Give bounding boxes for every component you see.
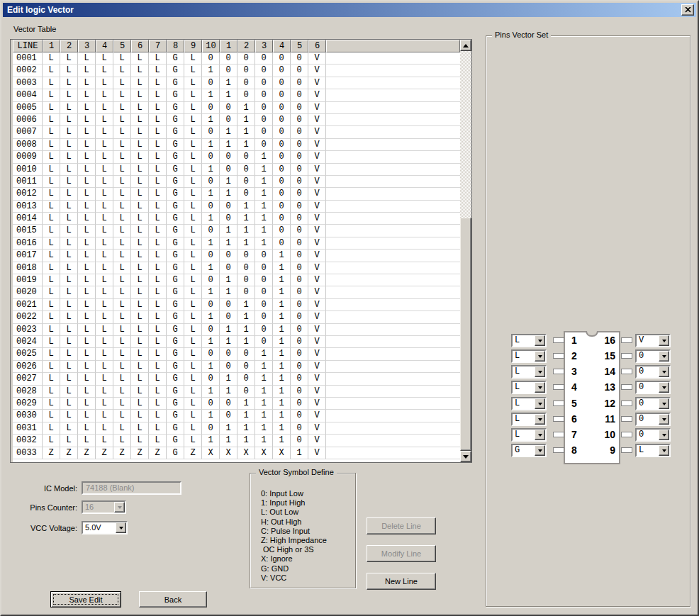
scroll-down-button[interactable] — [460, 451, 471, 462]
table-row[interactable]: 0021LLLLLLLGL001010V — [13, 299, 460, 311]
vcc-voltage-select[interactable]: 5.0V — [82, 521, 128, 534]
table-row[interactable]: 0011LLLLLLLGL010100V — [13, 176, 460, 188]
pin-8-select[interactable]: G — [511, 444, 547, 457]
cell-pin: 1 — [220, 373, 237, 385]
symbol-define-line: X: Ignore — [261, 554, 327, 564]
table-row[interactable]: 0016LLLLLLLGL111100V — [13, 237, 460, 250]
table-row[interactable]: 0026LLLLLLLGL100110V — [13, 361, 460, 373]
header-col-5[interactable]: 5 — [113, 40, 131, 52]
table-row[interactable]: 0001LLLLLLLGL000000V — [13, 52, 460, 65]
scroll-up-button[interactable] — [460, 40, 471, 51]
header-col-3[interactable]: 3 — [78, 40, 96, 52]
table-row[interactable]: 0032LLLLLLLGL111110V — [13, 435, 460, 447]
save-edit-button[interactable]: Save Edit — [50, 591, 121, 607]
table-row[interactable]: 0027LLLLLLLGL010110V — [13, 373, 460, 385]
dropdown-arrow-icon[interactable] — [659, 366, 669, 377]
cell-pin: G — [167, 398, 184, 410]
table-row[interactable]: 0014LLLLLLLGL101100V — [13, 213, 460, 225]
table-row[interactable]: 0030LLLLLLLGL101110V — [13, 410, 460, 422]
dropdown-arrow-icon[interactable] — [659, 335, 669, 346]
table-row[interactable]: 0018LLLLLLLGL100010V — [13, 262, 460, 274]
header-col-9[interactable]: 9 — [184, 40, 202, 52]
close-button[interactable] — [681, 4, 694, 16]
table-row[interactable]: 0024LLLLLLLGL111010V — [13, 336, 460, 348]
dropdown-arrow-icon[interactable] — [535, 351, 545, 362]
pin-10-select[interactable]: 0 — [635, 428, 671, 442]
pin-4-select[interactable]: L — [511, 381, 547, 394]
header-col-13[interactable]: 3 — [255, 40, 273, 52]
back-button[interactable]: Back — [139, 591, 207, 607]
header-col-11[interactable]: 1 — [220, 40, 237, 52]
table-row[interactable]: 0002LLLLLLLGL100000V — [13, 65, 460, 77]
cell-filler — [326, 311, 460, 323]
table-row[interactable]: 0025LLLLLLLGL000110V — [13, 348, 460, 360]
header-col-15[interactable]: 5 — [291, 40, 308, 52]
table-row[interactable]: 0012LLLLLLLGL110100V — [13, 188, 460, 200]
header-col-1[interactable]: 1 — [43, 40, 60, 52]
header-col-14[interactable]: 4 — [273, 40, 291, 52]
table-row[interactable]: 0031LLLLLLLGL011110V — [13, 422, 460, 435]
scrollbar-thumb[interactable] — [460, 218, 471, 451]
vector-table-scrollbar[interactable] — [460, 40, 471, 462]
header-col-16[interactable]: 6 — [308, 40, 326, 52]
header-col-6[interactable]: 6 — [131, 40, 149, 52]
cell-pin: G — [167, 262, 184, 274]
dropdown-arrow-icon[interactable] — [116, 522, 126, 533]
dropdown-arrow-icon[interactable] — [535, 382, 545, 393]
pin-5-select[interactable]: L — [511, 397, 547, 410]
pin-9-select[interactable]: L — [635, 444, 671, 457]
dropdown-arrow-icon[interactable] — [659, 430, 669, 440]
header-col-4[interactable]: 4 — [96, 40, 113, 52]
pin-16-select[interactable]: V — [635, 334, 671, 347]
header-col-8[interactable]: 8 — [167, 40, 184, 52]
header-col-2[interactable]: 2 — [60, 40, 78, 52]
dropdown-arrow-icon[interactable] — [659, 445, 669, 456]
table-row[interactable]: 0013LLLLLLLGL001100V — [13, 201, 460, 213]
table-row[interactable]: 0019LLLLLLLGL010010V — [13, 274, 460, 286]
pin-12-select[interactable]: 0 — [635, 397, 671, 410]
header-col-12[interactable]: 2 — [237, 40, 255, 52]
table-row[interactable]: 0020LLLLLLLGL110010V — [13, 286, 460, 298]
pin-15-select[interactable]: 0 — [635, 349, 671, 363]
pin-11-select[interactable]: 0 — [635, 413, 671, 426]
dropdown-arrow-icon[interactable] — [659, 351, 669, 362]
table-row[interactable]: 0010LLLLLLLGL100100V — [13, 164, 460, 176]
table-row[interactable]: 0033ZZZZZZZGZXXXXX1V — [13, 447, 460, 459]
pin-1-select[interactable]: L — [511, 334, 547, 347]
pin-13-select[interactable]: 0 — [635, 381, 671, 394]
new-line-button[interactable]: New Line — [367, 573, 436, 590]
header-col-10[interactable]: 10 — [202, 40, 220, 52]
table-row[interactable]: 0007LLLLLLLGL011000V — [13, 126, 460, 138]
table-row[interactable]: 0017LLLLLLLGL000010V — [13, 250, 460, 262]
table-row[interactable]: 0023LLLLLLLGL011010V — [13, 324, 460, 336]
pin-6-select[interactable]: L — [511, 413, 547, 426]
dropdown-arrow-icon[interactable] — [535, 335, 545, 346]
table-row[interactable]: 0008LLLLLLLGL111000V — [13, 139, 460, 151]
dropdown-arrow-icon[interactable] — [535, 445, 545, 456]
pin-3-select[interactable]: L — [511, 365, 547, 379]
dropdown-arrow-icon[interactable] — [659, 398, 669, 409]
table-row[interactable]: 0005LLLLLLLGL001000V — [13, 102, 460, 114]
dropdown-arrow-icon[interactable] — [535, 430, 545, 440]
dropdown-arrow-icon[interactable] — [535, 366, 545, 377]
table-row[interactable]: 0028LLLLLLLGL110110V — [13, 386, 460, 398]
pin-7-select[interactable]: L — [511, 428, 547, 442]
cell-pin: L — [78, 139, 96, 151]
table-row[interactable]: 0029LLLLLLLGL001110V — [13, 398, 460, 410]
pin-14-select[interactable]: 0 — [635, 365, 671, 379]
scrollbar-track[interactable] — [460, 51, 471, 451]
table-row[interactable]: 0003LLLLLLLGL010000V — [13, 77, 460, 89]
dropdown-arrow-icon[interactable] — [659, 382, 669, 393]
table-row[interactable]: 0015LLLLLLLGL011100V — [13, 225, 460, 237]
pin-2-select[interactable]: L — [511, 349, 547, 363]
cell-pin: 0 — [273, 114, 291, 126]
header-col-0[interactable]: LINE — [13, 40, 43, 52]
table-row[interactable]: 0009LLLLLLLGL000100V — [13, 151, 460, 163]
table-row[interactable]: 0004LLLLLLLGL110000V — [13, 89, 460, 101]
dropdown-arrow-icon[interactable] — [659, 414, 669, 425]
table-row[interactable]: 0022LLLLLLLGL101010V — [13, 311, 460, 323]
dropdown-arrow-icon[interactable] — [535, 398, 545, 409]
header-col-7[interactable]: 7 — [149, 40, 167, 52]
dropdown-arrow-icon[interactable] — [535, 414, 545, 425]
table-row[interactable]: 0006LLLLLLLGL101000V — [13, 114, 460, 126]
